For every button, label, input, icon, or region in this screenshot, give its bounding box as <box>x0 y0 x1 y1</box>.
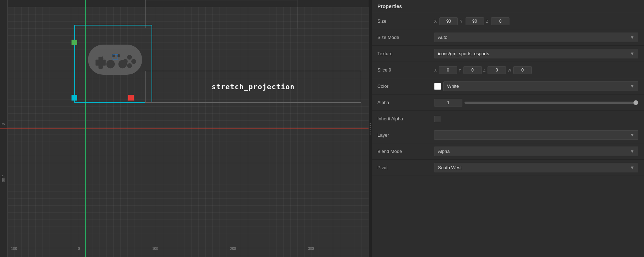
size-mode-arrow: ▼ <box>630 35 634 40</box>
inherit-alpha-checkbox[interactable] <box>434 116 440 122</box>
size-mode-value: Auto ▼ <box>434 33 638 42</box>
selection-box <box>74 25 152 103</box>
size-value-group: X Y Z <box>434 17 638 25</box>
ruler-label-left-1: -100 <box>1 175 5 182</box>
pivot-value: South West ▼ <box>434 163 638 172</box>
layer-value: ▼ <box>434 130 638 140</box>
alpha-slider-track[interactable] <box>465 102 638 104</box>
pivot-row: Pivot South West ▼ <box>372 160 644 176</box>
alpha-value <box>434 99 638 107</box>
texture-label: Texture <box>377 51 434 56</box>
handle-top-left[interactable] <box>72 40 77 45</box>
ruler-label: 200 <box>230 247 236 251</box>
slice9-z-label: Z <box>483 68 486 72</box>
alpha-slider-thumb[interactable] <box>633 100 638 105</box>
blend-mode-label: Blend Mode <box>377 149 434 154</box>
texture-selected: icons/gm_sports_esports <box>438 51 489 56</box>
handle-bottom-right[interactable] <box>128 95 134 101</box>
layer-arrow: ▼ <box>630 132 634 138</box>
ruler-label: 300 <box>308 247 314 251</box>
ruler-label: 0 <box>78 247 80 251</box>
size-label: Size <box>377 18 434 24</box>
alpha-label: Alpha <box>377 100 434 105</box>
slice9-label: Slice 9 <box>377 67 434 73</box>
slice9-value-group: X Y Z W <box>434 66 638 74</box>
inherit-alpha-label: Inherit Alpha <box>377 116 434 121</box>
stretch-box: stretch_projection <box>145 71 361 103</box>
blend-mode-dropdown[interactable]: Alpha ▼ <box>434 147 638 156</box>
color-value: White ▼ <box>434 81 638 91</box>
slice9-w-input[interactable] <box>513 66 532 74</box>
ruler-label: 100 <box>152 247 158 251</box>
properties-panel: Properties Size X Y Z Size Mode Auto ▼ T… <box>371 0 644 257</box>
slice9-x-label: X <box>434 68 437 72</box>
size-z-input[interactable] <box>491 17 509 25</box>
size-mode-selected: Auto <box>438 35 448 40</box>
texture-row: Texture icons/gm_sports_esports ▼ <box>372 46 644 62</box>
properties-header: Properties <box>372 0 644 13</box>
pivot-label: Pivot <box>377 165 434 170</box>
horizontal-axis <box>0 128 371 129</box>
size-mode-dropdown[interactable]: Auto ▼ <box>434 33 638 42</box>
alpha-row: Alpha <box>372 95 644 111</box>
splitter-dot <box>370 125 371 126</box>
texture-value: icons/gm_sports_esports ▼ <box>434 49 638 58</box>
size-z-label: Z <box>486 19 489 23</box>
blend-mode-row: Blend Mode Alpha ▼ <box>372 143 644 160</box>
color-dropdown[interactable]: White ▼ <box>443 81 638 91</box>
panel-splitter[interactable] <box>369 0 371 257</box>
color-row: Color White ▼ <box>372 78 644 95</box>
blend-mode-selected: Alpha <box>438 149 450 154</box>
color-selected: White <box>447 84 459 89</box>
color-arrow: ▼ <box>630 84 634 89</box>
slice9-w-label: W <box>507 68 511 72</box>
slice9-x-input[interactable] <box>439 66 457 74</box>
blend-mode-arrow: ▼ <box>630 149 634 154</box>
size-mode-row: Size Mode Auto ▼ <box>372 29 644 46</box>
handle-bottom-left[interactable] <box>72 95 77 101</box>
pivot-dropdown[interactable]: South West ▼ <box>434 163 638 172</box>
size-x-label: X <box>434 19 437 23</box>
slice9-y-label: Y <box>458 68 461 72</box>
layer-label: Layer <box>377 132 434 138</box>
inherit-alpha-value <box>434 116 638 122</box>
size-x-input[interactable] <box>439 17 458 25</box>
splitter-dot <box>370 131 371 132</box>
color-swatch[interactable] <box>434 83 441 90</box>
texture-dropdown[interactable]: icons/gm_sports_esports ▼ <box>434 49 638 58</box>
splitter-dot <box>370 127 371 128</box>
pivot-selected: South West <box>438 165 462 170</box>
inherit-alpha-row: Inherit Alpha <box>372 111 644 127</box>
top-rect <box>145 0 297 28</box>
color-label: Color <box>377 84 434 89</box>
size-mode-label: Size Mode <box>377 35 434 40</box>
layer-dropdown[interactable]: ▼ <box>434 130 638 140</box>
size-y-input[interactable] <box>466 17 484 25</box>
splitter-dot <box>370 133 371 135</box>
canvas-area[interactable]: -100 0 100 200 300 0 -100 + <box>0 0 371 257</box>
slice9-z-input[interactable] <box>488 66 506 74</box>
size-y-label: Y <box>460 19 462 23</box>
splitter-dot <box>370 129 371 130</box>
layer-row: Layer ▼ <box>372 127 644 143</box>
handle-center[interactable] <box>113 54 118 59</box>
ruler-label-left-0: 0 <box>1 123 5 125</box>
slice9-y-input[interactable] <box>463 66 482 74</box>
alpha-input[interactable] <box>434 99 462 107</box>
splitter-dot <box>370 123 371 124</box>
pivot-arrow: ▼ <box>630 165 634 170</box>
blend-mode-value: Alpha ▼ <box>434 147 638 156</box>
stretch-label: stretch_projection <box>212 82 295 91</box>
size-row: Size X Y Z <box>372 13 644 29</box>
texture-arrow: ▼ <box>630 51 634 56</box>
slice9-row: Slice 9 X Y Z W <box>372 62 644 78</box>
ruler-label: -100 <box>10 247 17 251</box>
